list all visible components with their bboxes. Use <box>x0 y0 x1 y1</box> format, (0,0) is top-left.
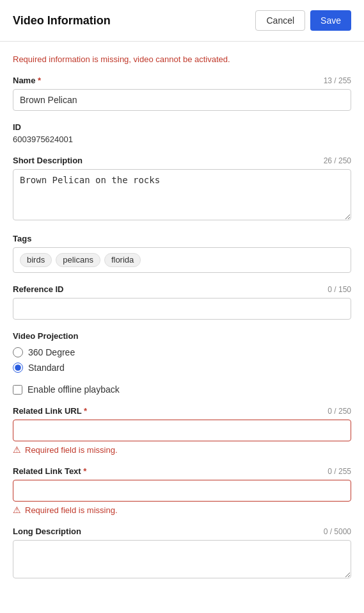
save-button[interactable]: Save <box>310 10 351 31</box>
radio-standard-label[interactable]: Standard <box>13 363 351 373</box>
tag-pelicans: pelicans <box>56 253 100 267</box>
long-description-header: Long Description 0 / 5000 <box>13 527 351 536</box>
video-projection-options: 360 Degree Standard <box>13 347 351 373</box>
long-description-label: Long Description <box>13 527 81 536</box>
tags-label: Tags <box>13 234 31 243</box>
reference-id-header: Reference ID 0 / 150 <box>13 284 351 294</box>
radio-360-input[interactable] <box>13 347 23 357</box>
related-link-url-error: ⚠ Required field is missing. <box>13 445 351 455</box>
offline-playback-checkbox[interactable] <box>13 385 22 395</box>
related-link-text-header: Related Link Text * 0 / 255 <box>13 466 351 476</box>
tags-header: Tags <box>13 234 351 243</box>
name-field-group: Name * 13 / 255 <box>13 76 351 111</box>
name-field-header: Name * 13 / 255 <box>13 76 351 85</box>
short-description-header: Short Description 26 / 250 <box>13 156 351 165</box>
id-field-group: ID 6003975624001 <box>13 122 351 144</box>
offline-playback-label[interactable]: Enable offline playback <box>13 384 351 395</box>
related-link-text-error-icon: ⚠ <box>13 505 21 515</box>
long-description-field-group: Long Description 0 / 5000 <box>13 527 351 580</box>
related-link-text-input[interactable] <box>13 480 351 502</box>
short-description-label: Short Description <box>13 156 83 165</box>
error-banner: Required information is missing, video c… <box>13 54 351 64</box>
page-title: Video Information <box>13 14 111 28</box>
id-label: ID <box>13 122 351 132</box>
related-link-text-error: ⚠ Required field is missing. <box>13 505 351 515</box>
form-content: Required information is missing, video c… <box>0 42 364 605</box>
name-label: Name * <box>13 76 41 85</box>
related-link-url-label: Related Link URL * <box>13 406 87 416</box>
tag-birds: birds <box>20 253 52 267</box>
short-description-input[interactable]: Brown Pelican on the rocks <box>13 169 351 220</box>
radio-360-text: 360 Degree <box>28 347 75 357</box>
cancel-button[interactable]: Cancel <box>255 10 305 31</box>
related-link-url-error-text: Required field is missing. <box>25 445 118 455</box>
related-link-url-counter: 0 / 250 <box>328 407 351 416</box>
tags-field-group: Tags birds pelicans florida <box>13 234 351 273</box>
long-description-counter: 0 / 5000 <box>324 527 351 536</box>
related-link-text-counter: 0 / 255 <box>328 467 351 476</box>
long-description-input[interactable] <box>13 540 351 578</box>
id-value: 6003975624001 <box>13 135 351 144</box>
reference-id-label: Reference ID <box>13 284 63 294</box>
related-link-url-error-icon: ⚠ <box>13 445 21 455</box>
header-actions: Cancel Save <box>255 10 351 31</box>
short-description-counter: 26 / 250 <box>324 156 351 165</box>
radio-standard-text: Standard <box>28 363 65 373</box>
related-link-text-field-group: Related Link Text * 0 / 255 ⚠ Required f… <box>13 466 351 515</box>
radio-standard-input[interactable] <box>13 363 23 373</box>
reference-id-counter: 0 / 150 <box>328 285 351 294</box>
related-link-url-header: Related Link URL * 0 / 250 <box>13 406 351 416</box>
related-link-text-label: Related Link Text * <box>13 466 86 476</box>
related-link-text-error-text: Required field is missing. <box>25 505 118 515</box>
video-projection-label: Video Projection <box>13 331 351 341</box>
related-link-url-input[interactable] <box>13 420 351 441</box>
short-description-field-group: Short Description 26 / 250 Brown Pelican… <box>13 156 351 222</box>
page-header: Video Information Cancel Save <box>0 0 364 42</box>
tag-florida: florida <box>104 253 141 267</box>
related-link-url-field-group: Related Link URL * 0 / 250 ⚠ Required fi… <box>13 406 351 455</box>
name-counter: 13 / 255 <box>324 76 351 85</box>
name-input[interactable] <box>13 89 351 111</box>
reference-id-field-group: Reference ID 0 / 150 <box>13 284 351 320</box>
offline-playback-text: Enable offline playback <box>28 384 120 395</box>
radio-360-label[interactable]: 360 Degree <box>13 347 351 357</box>
video-projection-field-group: Video Projection 360 Degree Standard <box>13 331 351 373</box>
tags-container[interactable]: birds pelicans florida <box>13 247 351 273</box>
reference-id-input[interactable] <box>13 298 351 320</box>
